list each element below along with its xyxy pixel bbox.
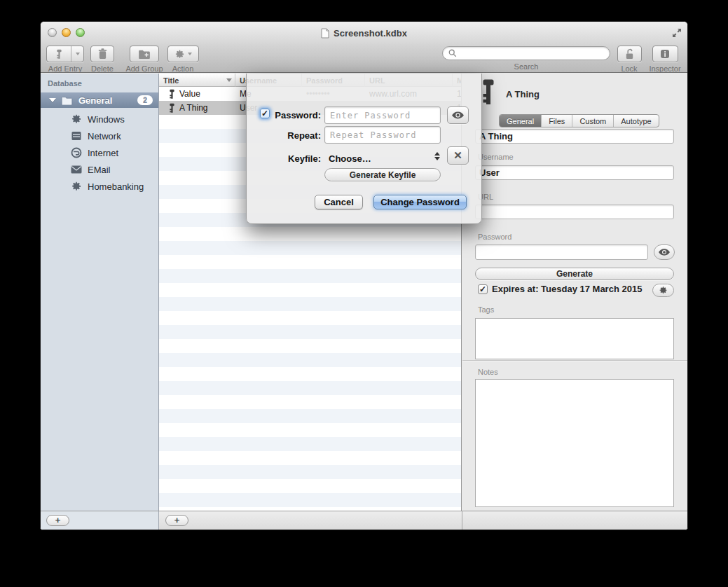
lock-label: Lock (617, 64, 642, 73)
change-password-button[interactable]: Change Password (373, 195, 467, 209)
key-icon (56, 49, 62, 60)
eye-icon (659, 249, 670, 256)
search-icon (448, 49, 457, 57)
lock-button[interactable]: Lock (617, 46, 642, 73)
inspector-label: Inspector (647, 64, 682, 73)
add-entry-footer-button[interactable]: + (165, 515, 188, 526)
folder-plus-icon (138, 49, 151, 59)
toolbar: Add Entry Delete Add Group (41, 44, 687, 73)
add-group-button[interactable]: Add Group (123, 46, 165, 73)
column-header-title[interactable]: Title (159, 74, 235, 87)
key-icon (169, 89, 175, 99)
cell-title: A Thing (175, 101, 235, 115)
username-label: Username (478, 153, 514, 161)
inspector-button[interactable]: Inspector (647, 46, 682, 73)
fullscreen-icon[interactable] (672, 28, 682, 38)
add-entry-button[interactable]: Add Entry (46, 46, 84, 73)
trash-icon (98, 48, 107, 60)
sheet-repeat-label: Repeat: (272, 130, 321, 141)
action-button[interactable]: Action (167, 46, 199, 73)
password-checkbox[interactable]: ✓ (260, 109, 270, 118)
sidebar-item-windows[interactable]: Windows (41, 111, 158, 127)
app-window: Screenshot.kdbx Add Entry (40, 21, 688, 530)
new-password-input[interactable] (324, 106, 441, 124)
eye-icon (452, 111, 464, 119)
sidebar-item-email[interactable]: EMail (41, 161, 158, 178)
delete-button[interactable]: Delete (90, 46, 115, 73)
sort-descending-icon (226, 78, 232, 82)
inspector-panel: A Thing General Files Custom Autotype Us… (462, 74, 687, 511)
add-group-footer-button[interactable]: + (46, 515, 69, 526)
generate-keyfile-button[interactable]: Generate Keyfile (324, 168, 441, 181)
sidebar-item-label: Internet (88, 148, 118, 158)
globe-icon (71, 147, 82, 158)
tags-label: Tags (478, 305, 494, 314)
server-icon (71, 130, 82, 141)
password-label: Password (478, 233, 511, 241)
tab-autotype[interactable]: Autotype (614, 115, 658, 127)
sidebar: Database General 2 Windows Network (41, 74, 159, 511)
generate-password-button[interactable]: Generate (475, 268, 674, 280)
cancel-button[interactable]: Cancel (315, 195, 363, 209)
clear-keyfile-button[interactable]: ✕ (447, 146, 469, 165)
password-field[interactable] (475, 244, 648, 260)
reveal-password-button[interactable] (447, 106, 469, 124)
keyfile-popup[interactable]: Choose… (329, 153, 371, 164)
sheet-password-label: Password: (272, 110, 321, 120)
tab-general[interactable]: General (500, 115, 542, 127)
reveal-password-button[interactable] (654, 244, 675, 260)
gear-icon (71, 181, 82, 192)
tab-files[interactable]: Files (542, 115, 572, 127)
document-icon (321, 28, 329, 39)
tab-custom[interactable]: Custom (572, 115, 614, 127)
keyfile-stepper[interactable] (434, 152, 440, 160)
action-label: Action (167, 64, 199, 73)
key-icon (481, 79, 496, 107)
search-area: Search (442, 46, 610, 71)
content-area: Database General 2 Windows Network (41, 74, 687, 511)
sidebar-item-internet[interactable]: Internet (41, 144, 158, 161)
title-field[interactable] (475, 129, 674, 144)
username-field[interactable] (475, 165, 674, 180)
repeat-password-input[interactable] (324, 126, 441, 144)
footer-bar: + + (41, 511, 687, 530)
change-password-sheet: ✓ Password: Repeat: Keyfile: Choose… (246, 74, 482, 224)
notes-field[interactable] (475, 379, 674, 507)
search-label: Search (442, 62, 610, 71)
gear-icon (174, 49, 185, 60)
info-icon (660, 49, 670, 59)
title-bar[interactable]: Screenshot.kdbx (41, 22, 687, 44)
group-count-badge: 2 (137, 95, 153, 105)
key-icon (169, 103, 175, 113)
expires-options-button[interactable] (652, 284, 674, 297)
sidebar-group-label: General (78, 95, 112, 106)
search-input[interactable] (460, 48, 604, 58)
sidebar-item-label: Homebanking (88, 181, 144, 192)
inspector-tabs: General Files Custom Autotype (499, 114, 659, 127)
sidebar-item-network[interactable]: Network (41, 127, 158, 144)
sidebar-item-label: EMail (88, 165, 111, 175)
tags-field[interactable] (475, 318, 674, 359)
sidebar-item-label: Windows (88, 114, 125, 125)
stepper-down-icon (434, 157, 440, 160)
expires-checkbox[interactable]: ✓ (478, 284, 488, 294)
delete-label: Delete (90, 64, 115, 73)
sidebar-item-label: Network (88, 131, 121, 141)
url-field[interactable] (475, 205, 674, 219)
add-group-label: Add Group (123, 64, 165, 73)
sidebar-group-general[interactable]: General 2 (41, 92, 158, 108)
chevron-down-icon (188, 53, 192, 55)
envelope-icon (71, 164, 82, 175)
gear-icon (71, 113, 82, 125)
sheet-keyfile-label: Keyfile: (272, 153, 321, 164)
add-entry-label: Add Entry (46, 64, 84, 73)
chevron-down-icon (76, 53, 80, 55)
window-title: Screenshot.kdbx (41, 22, 687, 44)
disclosure-triangle-icon[interactable] (49, 98, 56, 102)
sidebar-item-homebanking[interactable]: Homebanking (41, 178, 158, 195)
stepper-up-icon (434, 152, 440, 156)
window-title-text: Screenshot.kdbx (334, 28, 407, 39)
sidebar-header: Database (48, 79, 82, 88)
expires-label: Expires at: Tuesday 17 March 2015 (492, 284, 642, 294)
lock-open-icon (624, 48, 635, 60)
